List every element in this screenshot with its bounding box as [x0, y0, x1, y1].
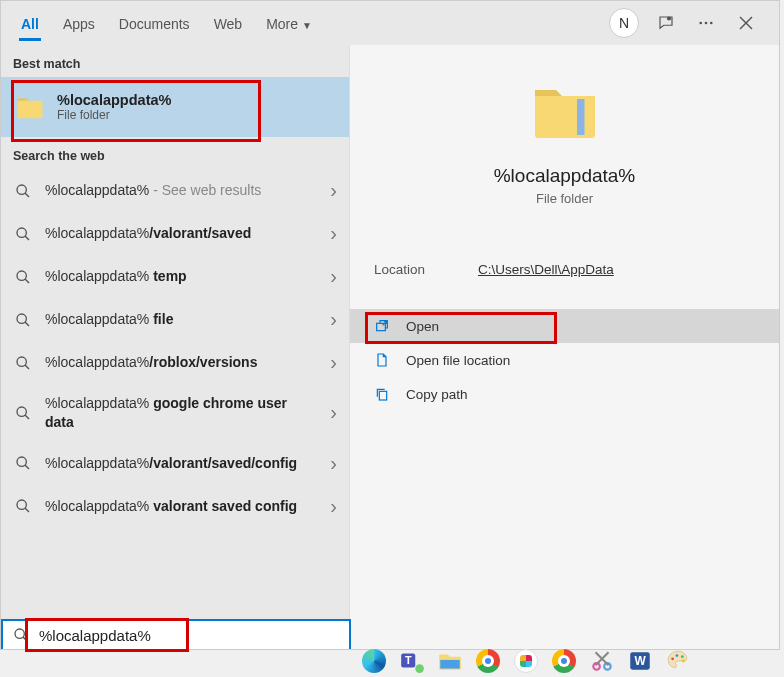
action-open[interactable]: Open — [350, 309, 779, 343]
svg-point-37 — [671, 657, 674, 660]
search-icon — [15, 183, 31, 199]
svg-point-38 — [676, 654, 679, 657]
copy-icon — [374, 386, 390, 402]
content-area: Best match %localappdata% File folder Se… — [1, 45, 779, 649]
web-result-item[interactable]: %localappdata%/roblox/versions› — [1, 341, 349, 384]
web-result-label: %localappdata% valorant saved config — [45, 497, 316, 516]
search-icon — [15, 226, 31, 242]
web-result-item[interactable]: %localappdata% - See web results› — [1, 169, 349, 212]
location-row: Location C:\Users\Dell\AppData — [350, 262, 779, 277]
search-bar — [1, 619, 351, 649]
header-tabs: All Apps Documents Web More▼ N — [1, 1, 779, 45]
action-file-loc[interactable]: Open file location — [350, 343, 779, 377]
tab-all[interactable]: All — [9, 6, 51, 40]
web-result-label: %localappdata% temp — [45, 267, 316, 286]
svg-point-14 — [17, 357, 26, 366]
location-value[interactable]: C:\Users\Dell\AppData — [478, 262, 614, 277]
web-result-item[interactable]: %localappdata% temp› — [1, 255, 349, 298]
svg-point-12 — [17, 314, 26, 323]
svg-point-8 — [17, 228, 26, 237]
tab-apps[interactable]: Apps — [51, 6, 107, 40]
detail-header: %localappdata% File folder — [350, 75, 779, 206]
svg-point-6 — [17, 185, 26, 194]
location-label: Location — [374, 262, 478, 277]
file-loc-icon — [374, 352, 390, 368]
web-result-item[interactable]: %localappdata% file› — [1, 298, 349, 341]
search-icon — [15, 455, 31, 471]
action-list: OpenOpen file locationCopy path — [350, 309, 779, 411]
svg-rect-24 — [379, 391, 386, 400]
svg-line-19 — [25, 465, 29, 469]
svg-point-3 — [710, 22, 713, 25]
svg-line-15 — [25, 365, 29, 369]
svg-point-40 — [682, 660, 685, 663]
web-result-item[interactable]: %localappdata%/valorant/saved› — [1, 212, 349, 255]
windows-search-panel: All Apps Documents Web More▼ N Best matc… — [0, 0, 780, 650]
search-icon — [15, 498, 31, 514]
chevron-right-icon: › — [330, 401, 337, 424]
svg-line-13 — [25, 322, 29, 326]
chrome-canary-icon[interactable] — [551, 648, 577, 674]
explorer-icon[interactable] — [437, 648, 463, 674]
search-icon — [15, 269, 31, 285]
search-input[interactable] — [39, 627, 339, 644]
feedback-icon[interactable] — [653, 10, 679, 36]
svg-text:T: T — [405, 654, 412, 666]
folder-icon — [15, 92, 45, 122]
svg-line-26 — [23, 637, 27, 641]
folder-icon — [529, 75, 601, 147]
slack-icon[interactable] — [513, 648, 539, 674]
svg-point-25 — [15, 629, 24, 638]
svg-text:W: W — [634, 654, 646, 668]
chevron-right-icon: › — [330, 265, 337, 288]
web-result-label: %localappdata% file — [45, 310, 316, 329]
teams-icon[interactable]: T — [399, 648, 425, 674]
detail-column: %localappdata% File folder Location C:\U… — [349, 45, 779, 649]
web-results-list: %localappdata% - See web results›%locala… — [1, 169, 349, 528]
best-match-text: %localappdata% File folder — [57, 92, 171, 122]
svg-line-17 — [25, 415, 29, 419]
svg-point-29 — [415, 664, 424, 673]
best-match-title: %localappdata% — [57, 92, 171, 108]
action-copy[interactable]: Copy path — [350, 377, 779, 411]
web-result-item[interactable]: %localappdata%/valorant/saved/config› — [1, 442, 349, 485]
best-match-header: Best match — [1, 45, 349, 77]
web-result-label: %localappdata%/valorant/saved/config — [45, 454, 316, 473]
web-result-label: %localappdata%/valorant/saved — [45, 224, 316, 243]
best-match-item[interactable]: %localappdata% File folder — [1, 77, 349, 137]
svg-rect-30 — [440, 660, 460, 669]
svg-rect-22 — [577, 99, 585, 135]
chevron-right-icon: › — [330, 351, 337, 374]
web-result-item[interactable]: %localappdata% valorant saved config› — [1, 485, 349, 528]
snip-icon[interactable] — [589, 648, 615, 674]
search-icon — [15, 405, 31, 421]
search-icon — [15, 355, 31, 371]
svg-line-11 — [25, 279, 29, 283]
open-icon — [374, 318, 390, 334]
tab-documents[interactable]: Documents — [107, 6, 202, 40]
svg-line-7 — [25, 193, 29, 197]
chevron-right-icon: › — [330, 452, 337, 475]
more-icon[interactable] — [693, 10, 719, 36]
chevron-right-icon: › — [330, 308, 337, 331]
action-label: Open file location — [406, 353, 510, 368]
detail-title: %localappdata% — [494, 165, 636, 187]
web-result-label: %localappdata%/roblox/versions — [45, 353, 316, 372]
web-result-item[interactable]: %localappdata% google chrome user data› — [1, 384, 349, 442]
edge-icon[interactable] — [361, 648, 387, 674]
word-icon[interactable]: W — [627, 648, 653, 674]
chevron-right-icon: › — [330, 222, 337, 245]
chrome-icon[interactable] — [475, 648, 501, 674]
tab-more[interactable]: More▼ — [254, 6, 324, 40]
svg-point-0 — [668, 17, 671, 20]
svg-point-39 — [681, 655, 684, 658]
chevron-right-icon: › — [330, 495, 337, 518]
paint-icon[interactable] — [665, 648, 691, 674]
svg-line-21 — [25, 508, 29, 512]
close-icon[interactable] — [733, 10, 759, 36]
tab-web[interactable]: Web — [202, 6, 255, 40]
svg-line-9 — [25, 236, 29, 240]
svg-point-1 — [699, 22, 702, 25]
avatar[interactable]: N — [609, 8, 639, 38]
svg-point-16 — [17, 407, 26, 416]
